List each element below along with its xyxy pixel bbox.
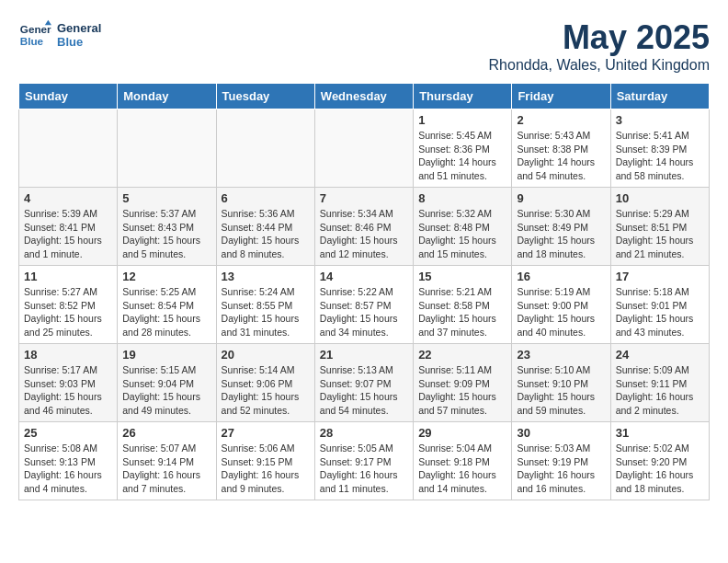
day-info: Sunrise: 5:07 AM Sunset: 9:14 PM Dayligh… <box>122 442 210 496</box>
logo-icon: General Blue <box>18 18 51 52</box>
calendar-cell: 12Sunrise: 5:25 AM Sunset: 8:54 PM Dayli… <box>118 266 216 344</box>
day-info: Sunrise: 5:45 AM Sunset: 8:36 PM Dayligh… <box>418 129 506 183</box>
day-number: 13 <box>222 270 310 283</box>
calendar-cell: 17Sunrise: 5:18 AM Sunset: 9:01 PM Dayli… <box>610 266 709 344</box>
weekday-header-row: SundayMondayTuesdayWednesdayThursdayFrid… <box>19 84 710 109</box>
day-info: Sunrise: 5:19 AM Sunset: 9:00 PM Dayligh… <box>517 285 605 339</box>
day-info: Sunrise: 5:13 AM Sunset: 9:07 PM Dayligh… <box>320 363 408 418</box>
day-info: Sunrise: 5:02 AM Sunset: 9:20 PM Dayligh… <box>616 442 704 496</box>
day-info: Sunrise: 5:27 AM Sunset: 8:52 PM Dayligh… <box>24 285 112 339</box>
day-info: Sunrise: 5:43 AM Sunset: 8:38 PM Dayligh… <box>517 129 605 183</box>
day-number: 3 <box>616 113 704 127</box>
title-block: May 2025 Rhondda, Wales, United Kingdom <box>489 18 710 74</box>
day-info: Sunrise: 5:29 AM Sunset: 8:51 PM Dayligh… <box>616 207 704 261</box>
weekday-header-tuesday: Tuesday <box>216 84 314 109</box>
logo-line2: Blue <box>57 35 101 49</box>
calendar-cell: 18Sunrise: 5:17 AM Sunset: 9:03 PM Dayli… <box>19 344 118 422</box>
day-number: 15 <box>418 270 506 283</box>
day-info: Sunrise: 5:37 AM Sunset: 8:43 PM Dayligh… <box>122 207 210 261</box>
calendar-cell: 3Sunrise: 5:41 AM Sunset: 8:39 PM Daylig… <box>610 109 709 188</box>
day-number: 29 <box>418 426 506 440</box>
weekday-header-monday: Monday <box>118 84 216 109</box>
calendar-cell: 19Sunrise: 5:15 AM Sunset: 9:04 PM Dayli… <box>118 344 216 422</box>
day-info: Sunrise: 5:25 AM Sunset: 8:54 PM Dayligh… <box>122 285 210 339</box>
calendar-cell: 4Sunrise: 5:39 AM Sunset: 8:41 PM Daylig… <box>19 188 118 266</box>
weekday-header-sunday: Sunday <box>19 84 118 109</box>
day-info: Sunrise: 5:34 AM Sunset: 8:46 PM Dayligh… <box>320 207 408 261</box>
day-number: 22 <box>418 348 506 362</box>
day-info: Sunrise: 5:05 AM Sunset: 9:17 PM Dayligh… <box>320 442 408 496</box>
day-info: Sunrise: 5:30 AM Sunset: 8:49 PM Dayligh… <box>517 207 605 261</box>
day-number: 6 <box>222 191 310 205</box>
calendar-cell: 2Sunrise: 5:43 AM Sunset: 8:38 PM Daylig… <box>512 109 610 188</box>
day-number: 27 <box>222 426 310 440</box>
day-number: 19 <box>122 348 210 362</box>
calendar-cell: 5Sunrise: 5:37 AM Sunset: 8:43 PM Daylig… <box>118 188 216 266</box>
week-row-3: 11Sunrise: 5:27 AM Sunset: 8:52 PM Dayli… <box>19 266 710 344</box>
weekday-header-wednesday: Wednesday <box>314 84 413 109</box>
calendar-cell: 16Sunrise: 5:19 AM Sunset: 9:00 PM Dayli… <box>512 266 610 344</box>
calendar-cell <box>19 109 118 188</box>
day-info: Sunrise: 5:08 AM Sunset: 9:13 PM Dayligh… <box>24 442 112 496</box>
weekday-header-thursday: Thursday <box>414 84 512 109</box>
calendar-cell: 10Sunrise: 5:29 AM Sunset: 8:51 PM Dayli… <box>610 188 709 266</box>
day-info: Sunrise: 5:17 AM Sunset: 9:03 PM Dayligh… <box>24 363 112 418</box>
logo-line1: General <box>57 21 101 35</box>
calendar-cell: 26Sunrise: 5:07 AM Sunset: 9:14 PM Dayli… <box>118 422 216 500</box>
week-row-5: 25Sunrise: 5:08 AM Sunset: 9:13 PM Dayli… <box>19 422 710 500</box>
day-number: 8 <box>418 191 506 205</box>
calendar-cell: 29Sunrise: 5:04 AM Sunset: 9:18 PM Dayli… <box>414 422 512 500</box>
month-year: May 2025 <box>489 18 710 57</box>
calendar-cell: 1Sunrise: 5:45 AM Sunset: 8:36 PM Daylig… <box>414 109 512 188</box>
day-number: 5 <box>122 191 210 205</box>
day-info: Sunrise: 5:21 AM Sunset: 8:58 PM Dayligh… <box>418 285 506 339</box>
day-number: 14 <box>320 270 408 283</box>
day-info: Sunrise: 5:41 AM Sunset: 8:39 PM Dayligh… <box>616 129 704 183</box>
day-number: 21 <box>320 348 408 362</box>
calendar-cell: 27Sunrise: 5:06 AM Sunset: 9:15 PM Dayli… <box>216 422 314 500</box>
day-info: Sunrise: 5:06 AM Sunset: 9:15 PM Dayligh… <box>222 442 310 496</box>
calendar-cell: 14Sunrise: 5:22 AM Sunset: 8:57 PM Dayli… <box>314 266 413 344</box>
day-number: 31 <box>616 426 704 440</box>
page-header: General Blue General Blue May 2025 Rhond… <box>18 18 710 74</box>
calendar-cell <box>216 109 314 188</box>
day-info: Sunrise: 5:03 AM Sunset: 9:19 PM Dayligh… <box>517 442 605 496</box>
day-number: 12 <box>122 270 210 283</box>
day-info: Sunrise: 5:36 AM Sunset: 8:44 PM Dayligh… <box>222 207 310 261</box>
day-info: Sunrise: 5:39 AM Sunset: 8:41 PM Dayligh… <box>24 207 112 261</box>
calendar-cell: 7Sunrise: 5:34 AM Sunset: 8:46 PM Daylig… <box>314 188 413 266</box>
calendar-cell: 25Sunrise: 5:08 AM Sunset: 9:13 PM Dayli… <box>19 422 118 500</box>
weekday-header-friday: Friday <box>512 84 610 109</box>
calendar-cell <box>314 109 413 188</box>
day-number: 7 <box>320 191 408 205</box>
calendar-cell: 11Sunrise: 5:27 AM Sunset: 8:52 PM Dayli… <box>19 266 118 344</box>
calendar-cell: 21Sunrise: 5:13 AM Sunset: 9:07 PM Dayli… <box>314 344 413 422</box>
day-info: Sunrise: 5:11 AM Sunset: 9:09 PM Dayligh… <box>418 363 506 418</box>
day-info: Sunrise: 5:10 AM Sunset: 9:10 PM Dayligh… <box>517 363 605 418</box>
day-info: Sunrise: 5:15 AM Sunset: 9:04 PM Dayligh… <box>122 363 210 418</box>
day-info: Sunrise: 5:18 AM Sunset: 9:01 PM Dayligh… <box>616 285 704 339</box>
svg-text:Blue: Blue <box>20 35 44 47</box>
day-info: Sunrise: 5:24 AM Sunset: 8:55 PM Dayligh… <box>222 285 310 339</box>
week-row-4: 18Sunrise: 5:17 AM Sunset: 9:03 PM Dayli… <box>19 344 710 422</box>
calendar-table: SundayMondayTuesdayWednesdayThursdayFrid… <box>18 83 710 500</box>
day-number: 20 <box>222 348 310 362</box>
calendar-cell: 6Sunrise: 5:36 AM Sunset: 8:44 PM Daylig… <box>216 188 314 266</box>
week-row-2: 4Sunrise: 5:39 AM Sunset: 8:41 PM Daylig… <box>19 188 710 266</box>
calendar-cell <box>118 109 216 188</box>
day-number: 1 <box>418 113 506 127</box>
day-number: 25 <box>24 426 112 440</box>
day-number: 26 <box>122 426 210 440</box>
day-number: 2 <box>517 113 605 127</box>
day-info: Sunrise: 5:09 AM Sunset: 9:11 PM Dayligh… <box>616 363 704 418</box>
week-row-1: 1Sunrise: 5:45 AM Sunset: 8:36 PM Daylig… <box>19 109 710 188</box>
day-number: 28 <box>320 426 408 440</box>
calendar-cell: 31Sunrise: 5:02 AM Sunset: 9:20 PM Dayli… <box>610 422 709 500</box>
calendar-cell: 9Sunrise: 5:30 AM Sunset: 8:49 PM Daylig… <box>512 188 610 266</box>
calendar-cell: 20Sunrise: 5:14 AM Sunset: 9:06 PM Dayli… <box>216 344 314 422</box>
location: Rhondda, Wales, United Kingdom <box>489 57 710 74</box>
day-number: 16 <box>517 270 605 283</box>
weekday-header-saturday: Saturday <box>610 84 709 109</box>
day-number: 11 <box>24 270 112 283</box>
calendar-cell: 24Sunrise: 5:09 AM Sunset: 9:11 PM Dayli… <box>610 344 709 422</box>
